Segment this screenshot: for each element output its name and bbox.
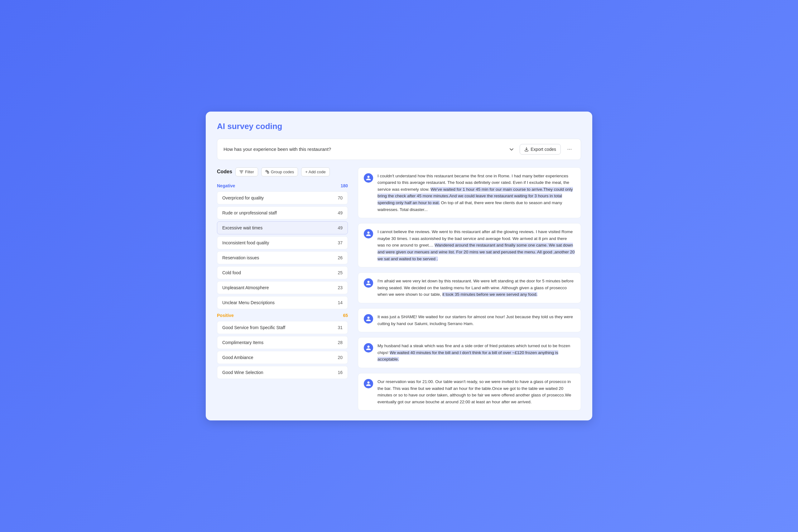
app-title: AI survey coding [217, 121, 581, 131]
review-card: I couldn't understand how this restauran… [358, 167, 581, 218]
code-name: Good Wine Selection [222, 370, 263, 375]
review-card: My husband had a steak which was fine an… [358, 337, 581, 368]
avatar [364, 229, 373, 239]
add-code-button[interactable]: + Add code [301, 167, 329, 176]
code-item[interactable]: Good Wine Selection 16 [217, 366, 348, 379]
code-name: Overpriced for quality [222, 195, 264, 201]
review-card: I'm afraid we were very let down by this… [358, 272, 581, 303]
code-item[interactable]: Overpriced for quality 70 [217, 191, 348, 205]
review-text: Our reservation was for 21:00. Our table… [378, 378, 575, 405]
code-name: Reservation issues [222, 255, 259, 260]
export-button[interactable]: Export codes [520, 144, 561, 155]
question-actions: Export codes ··· [507, 144, 574, 155]
review-text: I'm afraid we were very let down by this… [378, 278, 575, 298]
highlighted-text: it took 35 minutes before we were served… [442, 292, 537, 297]
code-count: 49 [338, 210, 343, 215]
add-code-label: + Add code [305, 170, 325, 174]
code-count: 37 [338, 240, 343, 245]
code-item[interactable]: Excessive wait times 49 [217, 221, 348, 234]
normal-text: It was just a SHAME! We waited for our s… [378, 315, 573, 326]
review-text: I couldn't understand how this restauran… [378, 173, 575, 213]
avatar [364, 343, 373, 353]
question-text: How has your experience been with this r… [224, 147, 331, 152]
group-codes-label: Group codes [271, 170, 294, 174]
code-name: Excessive wait times [222, 225, 263, 230]
code-name: Complimentary Items [222, 340, 263, 345]
review-text: I cannot believe the reviews. We went to… [378, 228, 575, 262]
filter-label: Filter [245, 170, 254, 174]
category-header-negative: Negative 180 [217, 182, 348, 190]
code-item[interactable]: Good Service from Specific Staff 31 [217, 321, 348, 334]
right-panel: I couldn't understand how this restauran… [358, 167, 581, 411]
code-count: 20 [338, 355, 343, 360]
main-content: Codes Filter Group codes + Ad [217, 167, 581, 411]
filter-button[interactable]: Filter [235, 167, 258, 176]
category-count-negative: 180 [341, 183, 348, 188]
highlighted-text: We waited 40 minutes for the bill and I … [378, 350, 558, 362]
category-count-positive: 65 [343, 313, 348, 318]
code-item[interactable]: Inconsistent food quality 37 [217, 236, 348, 249]
code-count: 23 [338, 285, 343, 290]
code-item[interactable]: Unpleasant Atmosphere 23 [217, 281, 348, 294]
code-item[interactable]: Complimentary Items 28 [217, 336, 348, 349]
code-count: 28 [338, 340, 343, 345]
review-card: Our reservation was for 21:00. Our table… [358, 373, 581, 411]
avatar [364, 173, 373, 183]
code-count: 31 [338, 325, 343, 330]
code-item[interactable]: Rude or unprofessional staff 49 [217, 206, 348, 220]
review-card: It was just a SHAME! We waited for our s… [358, 308, 581, 332]
code-count: 26 [338, 255, 343, 260]
category-label-positive: Positive [217, 313, 234, 318]
avatar [364, 379, 373, 388]
code-name: Rude or unprofessional staff [222, 210, 277, 215]
code-count: 70 [338, 195, 343, 201]
category-header-positive: Positive 65 [217, 311, 348, 320]
code-name: Inconsistent food quality [222, 240, 269, 245]
avatar [364, 278, 373, 288]
code-item[interactable]: Unclear Menu Descriptions 14 [217, 296, 348, 309]
app-container: AI survey coding How has your experience… [206, 112, 592, 421]
codes-header: Codes Filter Group codes + Ad [217, 167, 348, 176]
code-count: 16 [338, 370, 343, 375]
code-count: 14 [338, 300, 343, 305]
review-card: I cannot believe the reviews. We went to… [358, 223, 581, 267]
code-name: Good Service from Specific Staff [222, 325, 285, 330]
group-codes-button[interactable]: Group codes [261, 167, 298, 176]
code-name: Good Ambiance [222, 355, 253, 360]
code-item[interactable]: Cold food 25 [217, 266, 348, 279]
left-panel: Codes Filter Group codes + Ad [217, 167, 348, 411]
review-text: It was just a SHAME! We waited for our s… [378, 314, 575, 327]
code-name: Cold food [222, 270, 241, 275]
code-name: Unclear Menu Descriptions [222, 300, 274, 305]
review-text: My husband had a steak which was fine an… [378, 343, 575, 363]
normal-text: Our reservation was for 21:00. Our table… [378, 379, 571, 404]
dropdown-icon[interactable] [507, 145, 516, 154]
code-name: Unpleasant Atmosphere [222, 285, 269, 290]
more-options-button[interactable]: ··· [565, 144, 574, 154]
code-count: 25 [338, 270, 343, 275]
question-bar: How has your experience been with this r… [217, 139, 581, 160]
codes-list: Negative 180 Overpriced for quality 70 R… [217, 182, 348, 379]
svg-point-0 [266, 170, 267, 172]
avatar [364, 314, 373, 323]
category-label-negative: Negative [217, 183, 235, 188]
code-count: 49 [338, 225, 343, 230]
code-item[interactable]: Reservation issues 26 [217, 251, 348, 264]
codes-title: Codes [217, 169, 232, 174]
code-item[interactable]: Good Ambiance 20 [217, 351, 348, 364]
export-label: Export codes [531, 147, 556, 152]
